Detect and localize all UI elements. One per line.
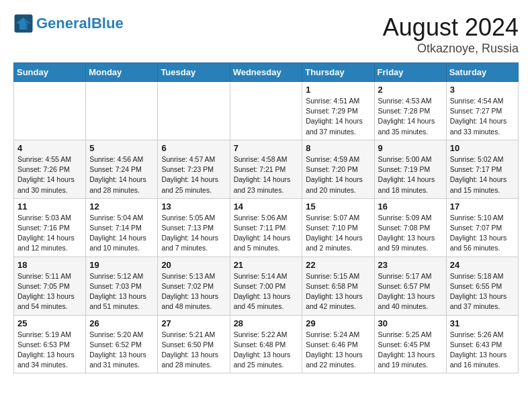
calendar-cell: 10Sunrise: 5:02 AM Sunset: 7:17 PM Dayli… — [446, 140, 518, 198]
calendar-cell: 21Sunrise: 5:14 AM Sunset: 7:00 PM Dayli… — [230, 257, 302, 315]
day-info: Sunrise: 5:21 AM Sunset: 6:50 PM Dayligh… — [161, 330, 226, 371]
calendar-cell: 26Sunrise: 5:20 AM Sunset: 6:52 PM Dayli… — [86, 315, 158, 373]
day-info: Sunrise: 5:20 AM Sunset: 6:52 PM Dayligh… — [89, 330, 154, 371]
logo-text: GeneralBlue — [36, 15, 124, 32]
day-info: Sunrise: 5:05 AM Sunset: 7:13 PM Dayligh… — [161, 213, 226, 254]
week-row-4: 18Sunrise: 5:11 AM Sunset: 7:05 PM Dayli… — [14, 257, 519, 315]
calendar-cell: 23Sunrise: 5:17 AM Sunset: 6:57 PM Dayli… — [374, 257, 446, 315]
calendar-cell: 28Sunrise: 5:22 AM Sunset: 6:48 PM Dayli… — [230, 315, 302, 373]
logo: GeneralBlue — [13, 13, 124, 34]
day-number: 3 — [450, 85, 515, 95]
day-info: Sunrise: 5:04 AM Sunset: 7:14 PM Dayligh… — [89, 213, 154, 254]
calendar-cell: 4Sunrise: 4:55 AM Sunset: 7:26 PM Daylig… — [14, 140, 86, 198]
calendar-cell: 20Sunrise: 5:13 AM Sunset: 7:02 PM Dayli… — [158, 257, 230, 315]
day-number: 5 — [89, 143, 154, 153]
day-info: Sunrise: 5:13 AM Sunset: 7:02 PM Dayligh… — [161, 271, 226, 312]
calendar-cell: 24Sunrise: 5:18 AM Sunset: 6:55 PM Dayli… — [446, 257, 518, 315]
calendar-cell — [86, 82, 158, 140]
calendar-cell: 3Sunrise: 4:54 AM Sunset: 7:27 PM Daylig… — [446, 82, 518, 140]
day-number: 20 — [161, 260, 226, 270]
calendar-cell: 6Sunrise: 4:57 AM Sunset: 7:23 PM Daylig… — [158, 140, 230, 198]
day-info: Sunrise: 5:15 AM Sunset: 6:58 PM Dayligh… — [306, 271, 370, 312]
weekday-header-thursday: Thursday — [302, 63, 374, 82]
week-row-1: 1Sunrise: 4:51 AM Sunset: 7:29 PM Daylig… — [14, 82, 519, 140]
month-year: August 2024 — [383, 13, 519, 42]
calendar-cell: 17Sunrise: 5:10 AM Sunset: 7:07 PM Dayli… — [446, 198, 518, 257]
day-info: Sunrise: 5:24 AM Sunset: 6:46 PM Dayligh… — [306, 330, 370, 371]
logo-line2: Blue — [91, 15, 124, 32]
calendar-cell: 8Sunrise: 4:59 AM Sunset: 7:20 PM Daylig… — [302, 140, 374, 198]
day-info: Sunrise: 5:22 AM Sunset: 6:48 PM Dayligh… — [234, 330, 299, 371]
weekday-header-tuesday: Tuesday — [158, 63, 230, 82]
day-number: 13 — [161, 201, 226, 212]
day-info: Sunrise: 5:12 AM Sunset: 7:03 PM Dayligh… — [89, 271, 154, 312]
day-number: 6 — [161, 143, 226, 153]
day-number: 18 — [17, 260, 82, 270]
week-row-2: 4Sunrise: 4:55 AM Sunset: 7:26 PM Daylig… — [14, 140, 519, 198]
day-number: 11 — [17, 201, 82, 212]
day-number: 15 — [306, 201, 370, 212]
calendar-cell — [230, 82, 302, 140]
location: Otkaznoye, Russia — [383, 42, 519, 56]
page-header: GeneralBlue August 2024 Otkaznoye, Russi… — [13, 13, 519, 56]
calendar-cell: 19Sunrise: 5:12 AM Sunset: 7:03 PM Dayli… — [86, 257, 158, 315]
calendar-cell: 13Sunrise: 5:05 AM Sunset: 7:13 PM Dayli… — [158, 198, 230, 257]
calendar-cell: 12Sunrise: 5:04 AM Sunset: 7:14 PM Dayli… — [86, 198, 158, 257]
day-number: 29 — [306, 318, 370, 328]
day-number: 30 — [378, 318, 443, 328]
day-number: 19 — [89, 260, 154, 270]
calendar-cell: 7Sunrise: 4:58 AM Sunset: 7:21 PM Daylig… — [230, 140, 302, 198]
day-info: Sunrise: 4:57 AM Sunset: 7:23 PM Dayligh… — [161, 154, 226, 195]
calendar-cell: 11Sunrise: 5:03 AM Sunset: 7:16 PM Dayli… — [14, 198, 86, 257]
calendar-cell: 16Sunrise: 5:09 AM Sunset: 7:08 PM Dayli… — [374, 198, 446, 257]
day-number: 2 — [378, 85, 443, 95]
day-info: Sunrise: 5:07 AM Sunset: 7:10 PM Dayligh… — [306, 213, 370, 254]
day-info: Sunrise: 4:55 AM Sunset: 7:26 PM Dayligh… — [17, 154, 82, 195]
day-info: Sunrise: 5:10 AM Sunset: 7:07 PM Dayligh… — [450, 213, 515, 254]
day-info: Sunrise: 5:06 AM Sunset: 7:11 PM Dayligh… — [234, 213, 299, 254]
calendar-cell — [14, 82, 86, 140]
calendar-cell: 27Sunrise: 5:21 AM Sunset: 6:50 PM Dayli… — [158, 315, 230, 373]
day-info: Sunrise: 5:03 AM Sunset: 7:16 PM Dayligh… — [17, 213, 82, 254]
day-number: 25 — [17, 318, 82, 328]
calendar-cell: 2Sunrise: 4:53 AM Sunset: 7:28 PM Daylig… — [374, 82, 446, 140]
day-info: Sunrise: 4:58 AM Sunset: 7:21 PM Dayligh… — [234, 154, 299, 195]
calendar-cell — [158, 82, 230, 140]
calendar-cell: 18Sunrise: 5:11 AM Sunset: 7:05 PM Dayli… — [14, 257, 86, 315]
day-info: Sunrise: 5:14 AM Sunset: 7:00 PM Dayligh… — [234, 271, 299, 312]
calendar-cell: 5Sunrise: 4:56 AM Sunset: 7:24 PM Daylig… — [86, 140, 158, 198]
day-info: Sunrise: 5:00 AM Sunset: 7:19 PM Dayligh… — [378, 154, 443, 195]
title-block: August 2024 Otkaznoye, Russia — [383, 13, 519, 56]
weekday-header-monday: Monday — [86, 63, 158, 82]
day-info: Sunrise: 4:54 AM Sunset: 7:27 PM Dayligh… — [450, 96, 515, 137]
logo-line1: General — [36, 15, 91, 32]
day-number: 9 — [378, 143, 443, 153]
day-info: Sunrise: 5:09 AM Sunset: 7:08 PM Dayligh… — [378, 213, 443, 254]
day-info: Sunrise: 4:51 AM Sunset: 7:29 PM Dayligh… — [306, 96, 370, 137]
day-info: Sunrise: 5:25 AM Sunset: 6:45 PM Dayligh… — [378, 330, 443, 371]
weekday-header-sunday: Sunday — [14, 63, 86, 82]
calendar-cell: 1Sunrise: 4:51 AM Sunset: 7:29 PM Daylig… — [302, 82, 374, 140]
day-info: Sunrise: 5:17 AM Sunset: 6:57 PM Dayligh… — [378, 271, 443, 312]
day-info: Sunrise: 5:18 AM Sunset: 6:55 PM Dayligh… — [450, 271, 515, 312]
day-number: 14 — [234, 201, 299, 212]
calendar-cell: 29Sunrise: 5:24 AM Sunset: 6:46 PM Dayli… — [302, 315, 374, 373]
day-info: Sunrise: 5:26 AM Sunset: 6:43 PM Dayligh… — [450, 330, 515, 371]
day-number: 8 — [306, 143, 370, 153]
day-number: 1 — [306, 85, 370, 95]
week-row-5: 25Sunrise: 5:19 AM Sunset: 6:53 PM Dayli… — [14, 315, 519, 373]
calendar-cell: 31Sunrise: 5:26 AM Sunset: 6:43 PM Dayli… — [446, 315, 518, 373]
day-number: 22 — [306, 260, 370, 270]
calendar-cell: 25Sunrise: 5:19 AM Sunset: 6:53 PM Dayli… — [14, 315, 86, 373]
day-number: 7 — [234, 143, 299, 153]
day-number: 24 — [450, 260, 515, 270]
day-number: 10 — [450, 143, 515, 153]
calendar-cell: 14Sunrise: 5:06 AM Sunset: 7:11 PM Dayli… — [230, 198, 302, 257]
day-number: 26 — [89, 318, 154, 328]
day-number: 12 — [89, 201, 154, 212]
logo-icon — [13, 13, 34, 34]
week-row-3: 11Sunrise: 5:03 AM Sunset: 7:16 PM Dayli… — [14, 198, 519, 257]
day-number: 28 — [234, 318, 299, 328]
day-info: Sunrise: 5:02 AM Sunset: 7:17 PM Dayligh… — [450, 154, 515, 195]
weekday-header-saturday: Saturday — [446, 63, 518, 82]
